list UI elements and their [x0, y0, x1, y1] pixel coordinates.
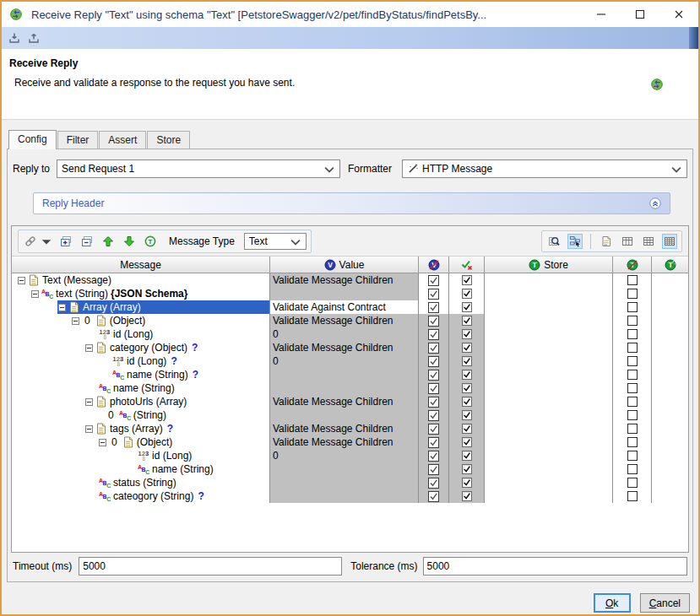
message-cell[interactable]: tags (Array)?: [12, 422, 270, 435]
validate-checkbox[interactable]: [428, 424, 439, 435]
store-cell[interactable]: [485, 354, 613, 368]
store-disabled-checkbox[interactable]: [627, 410, 638, 420]
store-cell[interactable]: [485, 449, 613, 462]
validate-checkbox[interactable]: [428, 302, 439, 313]
value-cell[interactable]: Validate Message Children: [270, 314, 419, 327]
store-disabled-checkbox[interactable]: [627, 370, 638, 380]
toggle-store-button[interactable]: T: [143, 234, 158, 249]
message-cell[interactable]: ABCname (String)?: [12, 368, 270, 381]
store-disabled-checkbox[interactable]: [627, 356, 638, 366]
store-disabled-checkbox[interactable]: [627, 316, 638, 326]
assert-checkbox[interactable]: [462, 343, 472, 353]
value-cell[interactable]: Validate Message Children: [270, 341, 419, 354]
store-cell[interactable]: [485, 408, 613, 422]
store-disabled-checkbox[interactable]: [627, 289, 638, 299]
grid-medium-button[interactable]: [641, 234, 656, 249]
move-up-button[interactable]: [100, 234, 116, 249]
collapse-all-button[interactable]: [79, 234, 95, 249]
search-button[interactable]: [546, 234, 562, 249]
column-header-store-init[interactable]: T: [652, 257, 688, 273]
store-disabled-checkbox[interactable]: [627, 491, 638, 501]
reply-header-section[interactable]: Reply Header: [33, 192, 670, 214]
minimize-button[interactable]: [582, 2, 621, 27]
value-cell[interactable]: Validate Message Children: [270, 422, 419, 435]
value-cell[interactable]: Validate Message Children: [270, 435, 419, 449]
validate-checkbox[interactable]: [428, 356, 439, 367]
store-disabled-checkbox[interactable]: [627, 383, 638, 393]
validate-checkbox[interactable]: [428, 451, 439, 462]
store-disabled-checkbox[interactable]: [627, 275, 638, 285]
value-cell[interactable]: 0: [270, 354, 419, 368]
value-cell[interactable]: Validate Message Children: [270, 273, 419, 287]
column-header-message[interactable]: Message: [12, 257, 270, 273]
assert-checkbox[interactable]: [462, 289, 472, 299]
link-button[interactable]: [23, 234, 38, 249]
column-header-validate[interactable]: V: [419, 257, 449, 273]
expand-all-button[interactable]: [58, 234, 73, 249]
assert-checkbox[interactable]: [462, 410, 472, 420]
store-cell[interactable]: [485, 422, 613, 435]
tab-assert[interactable]: Assert: [99, 131, 146, 149]
message-cell[interactable]: Text (Message): [12, 273, 270, 287]
message-cell[interactable]: 0ABC(String): [12, 408, 270, 422]
validate-checkbox[interactable]: [428, 343, 439, 354]
store-disabled-checkbox[interactable]: [627, 302, 638, 312]
validate-checkbox[interactable]: [428, 478, 439, 489]
export-icon[interactable]: [28, 32, 41, 45]
message-cell[interactable]: 1238id (Long): [12, 449, 270, 462]
column-header-store[interactable]: TStore: [485, 257, 613, 273]
formatter-select[interactable]: HTTP Message: [402, 159, 687, 178]
form-view-button[interactable]: [599, 234, 614, 249]
value-cell[interactable]: [270, 368, 419, 381]
message-cell[interactable]: 0(Object): [12, 435, 270, 449]
ok-button[interactable]: Ok: [594, 593, 631, 613]
column-header-assert[interactable]: [449, 257, 485, 273]
cancel-button[interactable]: Cancel: [640, 593, 690, 613]
tab-filter[interactable]: Filter: [57, 131, 99, 149]
assert-checkbox[interactable]: [462, 316, 472, 326]
validate-checkbox[interactable]: [428, 491, 439, 502]
message-cell[interactable]: 0(Object): [12, 314, 270, 327]
assert-checkbox[interactable]: [462, 302, 472, 312]
column-header-store-disabled[interactable]: T: [613, 257, 652, 273]
store-disabled-checkbox[interactable]: [627, 343, 638, 353]
assert-checkbox[interactable]: [462, 437, 472, 447]
message-cell[interactable]: ABCname (String): [12, 462, 270, 476]
value-cell[interactable]: Validate Against Contract: [270, 300, 419, 314]
store-disabled-checkbox[interactable]: [627, 329, 638, 339]
value-cell[interactable]: [270, 476, 419, 489]
store-cell[interactable]: [485, 476, 613, 489]
validate-checkbox[interactable]: [428, 397, 439, 408]
close-button[interactable]: [659, 2, 698, 27]
store-disabled-checkbox[interactable]: [627, 437, 638, 447]
assert-checkbox[interactable]: [462, 478, 472, 488]
tree-expander[interactable]: [18, 277, 25, 284]
store-disabled-checkbox[interactable]: [627, 464, 638, 474]
message-cell[interactable]: photoUrls (Array): [12, 395, 270, 408]
tree-expander[interactable]: [72, 317, 79, 325]
validate-checkbox[interactable]: [428, 383, 439, 394]
message-cell[interactable]: Array (Array): [12, 300, 270, 314]
grid-full-button[interactable]: [662, 234, 677, 249]
message-cell[interactable]: ABCtext (String) {JSON Schema}: [12, 287, 270, 300]
message-cell[interactable]: 1238id (Long)?: [12, 354, 270, 368]
title-bar[interactable]: Receive Reply "Text" using schema "Text"…: [2, 2, 698, 27]
assert-checkbox[interactable]: [462, 397, 472, 407]
store-cell[interactable]: [485, 462, 613, 476]
assert-checkbox[interactable]: [462, 491, 472, 501]
assert-checkbox[interactable]: [462, 275, 472, 285]
grid-compact-button[interactable]: [620, 234, 635, 249]
assert-checkbox[interactable]: [462, 383, 472, 393]
tab-config[interactable]: Config: [8, 130, 57, 149]
value-cell[interactable]: 0: [270, 327, 419, 341]
validate-checkbox[interactable]: [428, 370, 439, 381]
tolerance-input[interactable]: [423, 557, 687, 575]
assert-checkbox[interactable]: [462, 424, 472, 434]
move-down-button[interactable]: [122, 234, 137, 249]
value-cell[interactable]: [270, 381, 419, 395]
tree-expander[interactable]: [85, 344, 93, 352]
tab-store[interactable]: Store: [147, 131, 190, 149]
maximize-button[interactable]: [621, 2, 659, 27]
assert-checkbox[interactable]: [462, 329, 472, 339]
timeout-input[interactable]: [79, 557, 342, 575]
